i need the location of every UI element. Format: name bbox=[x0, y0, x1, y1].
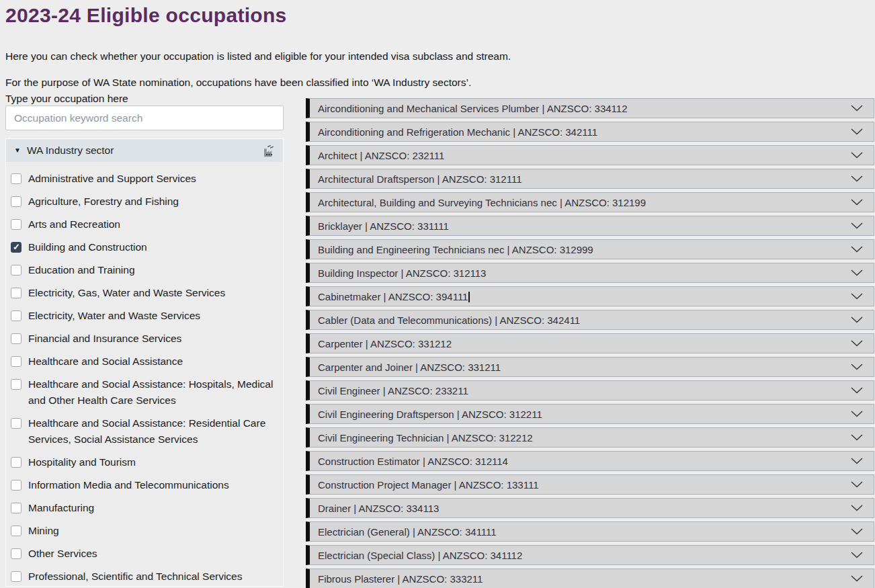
sector-item[interactable]: Other Services bbox=[6, 542, 283, 565]
occupation-title: Cabinetmaker | ANZSCO: 394111 bbox=[318, 291, 843, 302]
sector-checkbox[interactable] bbox=[11, 310, 22, 321]
sector-checkbox[interactable] bbox=[11, 288, 22, 298]
sector-item[interactable]: Professional, Scientific and Technical S… bbox=[6, 565, 283, 587]
page: 2023-24 Eligible occupations Here you ca… bbox=[0, 0, 875, 588]
sector-item[interactable]: Electricity, Water and Waste Services bbox=[6, 304, 283, 327]
occupation-title: Airconditioning and Refrigeration Mechan… bbox=[318, 126, 843, 138]
occupation-row[interactable]: Bricklayer | ANZSCO: 331111 bbox=[306, 216, 874, 236]
occupation-row[interactable]: Construction Estimator | ANZSCO: 312114 bbox=[306, 451, 874, 471]
occupation-row[interactable]: Civil Engineer | ANZSCO: 233211 bbox=[306, 380, 874, 401]
occupation-row[interactable]: Drainer | ANZSCO: 334113 bbox=[306, 498, 874, 518]
sector-label: Financial and Insurance Services bbox=[28, 331, 181, 347]
sector-item[interactable]: Building and Construction bbox=[6, 236, 283, 259]
sector-item[interactable]: Arts and Recreation bbox=[6, 213, 283, 236]
sector-filter-panel: ▼ WA Industry sector Administrative and … bbox=[5, 138, 284, 587]
sector-checkbox[interactable] bbox=[11, 503, 22, 513]
sector-item[interactable]: Healthcare and Social Assistance: Reside… bbox=[6, 412, 283, 451]
sector-item[interactable]: Mining bbox=[6, 519, 283, 542]
sector-item[interactable]: Education and Training bbox=[6, 259, 283, 282]
occupation-row[interactable]: Construction Project Manager | ANZSCO: 1… bbox=[306, 474, 874, 495]
search-label: Type your occupation here bbox=[5, 93, 128, 105]
occupation-row[interactable]: Airconditioning and Mechanical Services … bbox=[306, 98, 874, 118]
chevron-down-icon bbox=[851, 458, 863, 464]
occupation-list: Airconditioning and Mechanical Services … bbox=[306, 98, 874, 588]
sector-checkbox[interactable] bbox=[11, 356, 22, 367]
sector-label: Building and Construction bbox=[28, 239, 147, 255]
chevron-down-icon bbox=[851, 293, 863, 300]
sector-checkbox[interactable] bbox=[11, 480, 22, 491]
sector-label: Manufacturing bbox=[28, 500, 94, 516]
sector-item[interactable]: Administrative and Support Services bbox=[6, 167, 283, 190]
sector-label: Mining bbox=[28, 523, 59, 539]
occupation-title: Construction Project Manager | ANZSCO: 1… bbox=[318, 479, 843, 491]
caret-down-icon: ▼ bbox=[14, 147, 21, 154]
occupation-row[interactable]: Building Inspector | ANZSCO: 312113 bbox=[306, 263, 874, 283]
sector-checkbox[interactable] bbox=[11, 379, 22, 390]
sector-item[interactable]: Manufacturing bbox=[6, 497, 283, 519]
chevron-down-icon bbox=[851, 434, 863, 441]
occupation-row[interactable]: Civil Engineering Draftsperson | ANZSCO:… bbox=[306, 404, 874, 424]
chevron-down-icon bbox=[851, 152, 863, 159]
chevron-down-icon bbox=[851, 364, 863, 370]
sector-checkbox[interactable] bbox=[11, 526, 22, 536]
sector-label: Arts and Recreation bbox=[28, 216, 120, 233]
occupation-title: Architect | ANZSCO: 232111 bbox=[318, 150, 843, 161]
sector-label: Administrative and Support Services bbox=[28, 171, 196, 187]
sector-item[interactable]: Healthcare and Social Assistance: Hospit… bbox=[6, 373, 283, 412]
occupation-title: Fibrous Plasterer | ANZSCO: 333211 bbox=[318, 573, 843, 585]
sector-item[interactable]: Hospitality and Tourism bbox=[6, 451, 283, 474]
factory-icon bbox=[261, 144, 276, 157]
occupation-row[interactable]: Electrician (Special Class) | ANZSCO: 34… bbox=[306, 545, 874, 565]
sector-checkbox[interactable] bbox=[11, 265, 22, 276]
occupation-title: Cabler (Data and Telecommunications) | A… bbox=[318, 314, 843, 326]
occupation-row[interactable]: Architect | ANZSCO: 232111 bbox=[306, 145, 874, 165]
occupation-row[interactable]: Fibrous Plasterer | ANZSCO: 333211 bbox=[306, 569, 874, 588]
sector-label: Agriculture, Forestry and Fishing bbox=[28, 194, 179, 210]
chevron-down-icon bbox=[851, 199, 863, 206]
sector-item[interactable]: Electricity, Gas, Water and Waste Servic… bbox=[6, 282, 283, 304]
chevron-down-icon bbox=[851, 481, 863, 488]
sector-checkbox[interactable] bbox=[11, 548, 22, 559]
occupation-title: Airconditioning and Mechanical Services … bbox=[318, 103, 843, 114]
sector-label: Electricity, Water and Waste Services bbox=[28, 308, 200, 324]
sector-checkbox[interactable] bbox=[11, 457, 22, 468]
occupation-title: Carpenter and Joiner | ANZSCO: 331211 bbox=[318, 362, 843, 373]
occupation-row[interactable]: Electrician (General) | ANZSCO: 341111 bbox=[306, 521, 874, 542]
sector-checkbox[interactable] bbox=[11, 196, 22, 207]
sector-checkbox[interactable] bbox=[11, 219, 22, 230]
occupation-row[interactable]: Carpenter | ANZSCO: 331212 bbox=[306, 333, 874, 353]
chevron-down-icon bbox=[851, 222, 863, 229]
sector-item[interactable]: Agriculture, Forestry and Fishing bbox=[6, 190, 283, 213]
chevron-down-icon bbox=[851, 175, 863, 182]
occupation-title: Construction Estimator | ANZSCO: 312114 bbox=[318, 456, 843, 467]
chevron-down-icon bbox=[851, 340, 863, 347]
sector-checkbox[interactable] bbox=[11, 173, 22, 184]
sector-checkbox[interactable] bbox=[11, 242, 22, 253]
occupation-row[interactable]: Cabinetmaker | ANZSCO: 394111 bbox=[306, 286, 874, 306]
sector-label: Healthcare and Social Assistance bbox=[28, 353, 183, 370]
chevron-down-icon bbox=[851, 552, 863, 558]
occupation-title: Building Inspector | ANZSCO: 312113 bbox=[318, 267, 843, 279]
sector-checkbox[interactable] bbox=[11, 418, 22, 429]
sector-label: Information Media and Telecommunications bbox=[28, 477, 229, 493]
sector-item[interactable]: Financial and Insurance Services bbox=[6, 327, 283, 350]
occupation-title: Architectural Draftsperson | ANZSCO: 312… bbox=[318, 173, 843, 185]
occupation-row[interactable]: Architectural, Building and Surveying Te… bbox=[306, 192, 874, 212]
occupation-row[interactable]: Airconditioning and Refrigeration Mechan… bbox=[306, 122, 874, 142]
chevron-down-icon bbox=[851, 387, 863, 394]
occupation-row[interactable]: Cabler (Data and Telecommunications) | A… bbox=[306, 310, 874, 330]
sector-checkbox[interactable] bbox=[11, 571, 22, 582]
chevron-down-icon bbox=[851, 505, 863, 511]
search-input[interactable] bbox=[5, 106, 284, 130]
chevron-down-icon bbox=[851, 528, 863, 535]
sector-filter-header[interactable]: ▼ WA Industry sector bbox=[6, 139, 283, 162]
sector-item[interactable]: Information Media and Telecommunications bbox=[6, 474, 283, 497]
occupation-row[interactable]: Building and Engineering Technicians nec… bbox=[306, 239, 874, 259]
occupation-row[interactable]: Architectural Draftsperson | ANZSCO: 312… bbox=[306, 169, 874, 189]
chevron-down-icon bbox=[851, 269, 863, 276]
occupation-row[interactable]: Civil Engineering Technician | ANZSCO: 3… bbox=[306, 427, 874, 448]
sector-checkbox[interactable] bbox=[11, 333, 22, 344]
sector-item[interactable]: Healthcare and Social Assistance bbox=[6, 350, 283, 373]
occupation-row[interactable]: Carpenter and Joiner | ANZSCO: 331211 bbox=[306, 357, 874, 377]
intro-text-2: For the purpose of WA State nomination, … bbox=[5, 77, 471, 89]
